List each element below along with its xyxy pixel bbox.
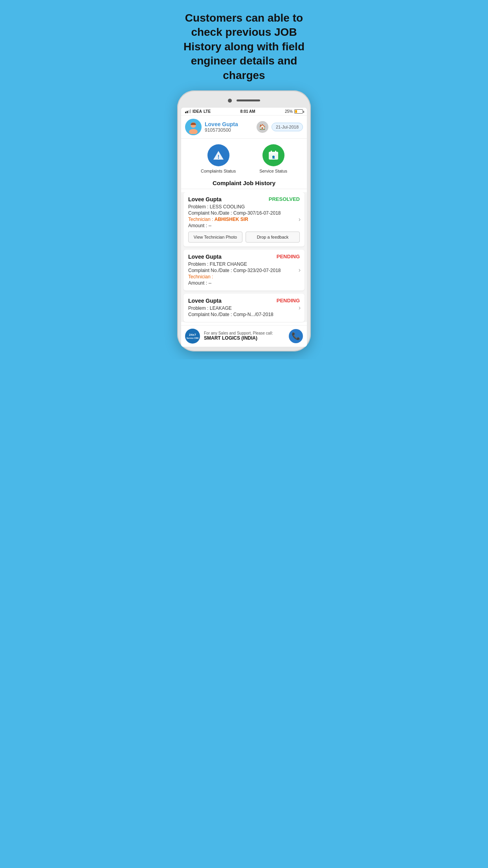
chevron-icon-1: › <box>299 216 301 223</box>
problem-label-1: Problem : <box>188 204 208 210</box>
svg-rect-6 <box>269 152 278 154</box>
job-complaint-2: Complaint No./Date : Comp-323/20-07-2018… <box>188 268 300 273</box>
complaint-label-2: Complaint No./Date : <box>188 268 232 273</box>
date-badge: 21-Jul-2018 <box>272 123 303 131</box>
icons-row: ! Complaints Status 👤 <box>181 139 307 176</box>
job-problem-2: Problem : FILTER CHANGE <box>188 261 300 267</box>
view-technician-photo-button[interactable]: View Technician Photo <box>188 232 242 243</box>
complaint-value-2: Comp-323/20-07-2018 <box>233 268 281 273</box>
job-status-1: PRESOLVED <box>269 196 300 202</box>
complaints-status-icon-item[interactable]: ! Complaints Status <box>201 144 236 173</box>
technician-value-1: ABHISHEK SIR <box>215 217 248 222</box>
svg-rect-7 <box>271 151 272 153</box>
job-header-3: Lovee Gupta PENDING <box>188 298 300 304</box>
problem-value-3: LEAKAGE <box>210 305 232 311</box>
signal-bars <box>185 109 191 113</box>
time-label: 8:01 AM <box>240 109 255 114</box>
svg-rect-8 <box>275 151 276 153</box>
promo-text: Customers can able to check previous JOB… <box>163 0 325 90</box>
crm-badge: 24x7 Service CRM <box>185 329 200 344</box>
job-customer-1: Lovee Gupta <box>188 196 222 202</box>
carrier-label: IDEA <box>193 109 202 114</box>
company-name: SMART LOGICS (INDIA) <box>204 335 285 341</box>
crm-line1: 24x7 <box>189 333 196 337</box>
job-customer-3: Lovee Gupta <box>188 298 222 304</box>
job-problem-1: Problem : LESS COOLING <box>188 204 300 210</box>
job-amount-1: Amount : -- <box>188 223 300 228</box>
speaker <box>237 99 260 101</box>
job-complaint-1: Complaint No./Date : Comp-307/16-07-2018 <box>188 210 300 216</box>
phone-notch <box>181 95 307 106</box>
svg-text:!: ! <box>217 154 219 160</box>
amount-value-1: -- <box>208 223 211 228</box>
job-status-2: PENDING <box>277 254 300 259</box>
network-label: LTE <box>204 109 211 114</box>
chevron-icon-2: › <box>299 267 301 274</box>
job-technician-1: Technician : ABHISHEK SIR › <box>188 217 300 222</box>
amount-label-2: Amount : <box>188 280 207 286</box>
camera-icon <box>228 99 232 103</box>
technician-label-1: Technician : <box>188 217 213 222</box>
service-status-icon: 👤 <box>262 144 284 166</box>
battery-fill <box>295 110 297 113</box>
svg-text:👤: 👤 <box>272 155 275 159</box>
crm-line2: Service CRM <box>187 337 199 339</box>
service-status-label: Service Status <box>259 169 287 173</box>
job-card: Lovee Gupta PRESOLVED Problem : LESS COO… <box>183 192 305 246</box>
home-button[interactable]: 🏠 <box>257 121 268 133</box>
job-header-2: Lovee Gupta PENDING <box>188 254 300 260</box>
job-technician-2: Technician : <box>188 274 300 280</box>
user-name: Lovee Gupta <box>205 121 257 127</box>
technician-label-2: Technician : <box>188 274 213 280</box>
status-right: 25% <box>285 109 303 114</box>
amount-label-1: Amount : <box>188 223 207 228</box>
chevron-icon-3: › <box>299 304 301 311</box>
drop-feedback-button[interactable]: Drop a feedback <box>246 232 300 243</box>
bottom-bar: 24x7 Service CRM For any Sales and Suppo… <box>181 325 307 347</box>
support-text: For any Sales and Support, Please call: <box>204 331 285 335</box>
complaint-value-1: Comp-307/16-07-2018 <box>233 210 281 216</box>
battery-icon <box>294 109 303 114</box>
job-problem-3: Problem : LEAKAGE <box>188 305 300 311</box>
job-actions-1: View Technician Photo Drop a feedback <box>188 232 300 243</box>
jobs-container: Lovee Gupta PRESOLVED Problem : LESS COO… <box>181 192 307 322</box>
avatar <box>185 119 202 135</box>
job-card-3: Lovee Gupta PENDING Problem : LEAKAGE Co… <box>183 294 305 322</box>
problem-label-3: Problem : <box>188 305 208 311</box>
header-actions: 🏠 21-Jul-2018 <box>257 121 303 133</box>
problem-value-1: LESS COOLING <box>210 204 245 210</box>
amount-value-2: -- <box>208 280 211 286</box>
job-customer-2: Lovee Gupta <box>188 254 222 260</box>
job-complaint-3: Complaint No./Date : Comp-N.../07-2018 › <box>188 312 300 317</box>
user-phone: 9105730500 <box>205 127 257 133</box>
job-header-1: Lovee Gupta PRESOLVED <box>188 196 300 202</box>
user-info: Lovee Gupta 9105730500 <box>205 121 257 133</box>
phone-screen: IDEA LTE 8:01 AM 25% <box>181 108 307 347</box>
complaints-status-icon: ! <box>207 144 229 166</box>
complaint-label-3: Complaint No./Date : <box>188 312 232 317</box>
job-amount-2: Amount : -- <box>188 280 300 286</box>
call-button[interactable]: 📞 <box>289 329 303 343</box>
phone-wrapper: IDEA LTE 8:01 AM 25% <box>163 90 325 359</box>
status-left: IDEA LTE <box>185 109 211 114</box>
problem-label-2: Problem : <box>188 261 208 267</box>
phone-device: IDEA LTE 8:01 AM 25% <box>177 90 311 351</box>
service-status-icon-item[interactable]: 👤 Service Status <box>259 144 287 173</box>
complaint-label-1: Complaint No./Date : <box>188 210 232 216</box>
job-card-2: Lovee Gupta PENDING Problem : FILTER CHA… <box>183 250 305 291</box>
app-header: Lovee Gupta 9105730500 🏠 21-Jul-2018 <box>181 116 307 139</box>
complaint-value-3: Comp-N.../07-2018 <box>233 312 273 317</box>
status-bar: IDEA LTE 8:01 AM 25% <box>181 108 307 116</box>
section-title: Complaint Job History <box>181 176 307 189</box>
job-status-3: PENDING <box>277 298 300 303</box>
complaints-status-label: Complaints Status <box>201 169 236 173</box>
problem-value-2: FILTER CHANGE <box>210 261 247 267</box>
battery-percent: 25% <box>285 109 293 114</box>
bottom-text: For any Sales and Support, Please call: … <box>204 331 285 341</box>
